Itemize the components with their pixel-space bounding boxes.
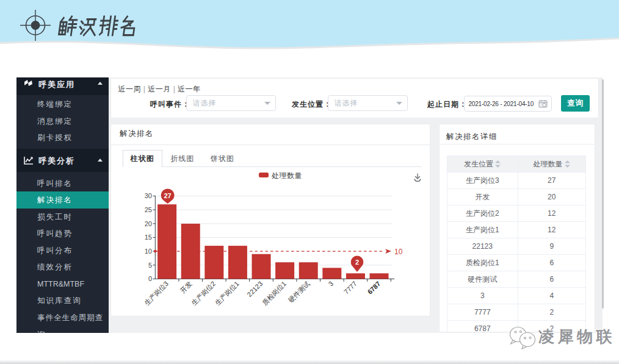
- svg-text:硬件测试: 硬件测试: [287, 280, 311, 304]
- svg-text:30: 30: [145, 192, 152, 199]
- svg-text:生产岗位2: 生产岗位2: [190, 280, 217, 307]
- svg-text:25: 25: [145, 206, 152, 213]
- svg-text:6787: 6787: [366, 280, 382, 296]
- svg-text:生产岗位1: 生产岗位1: [214, 280, 241, 307]
- svg-text:0: 0: [148, 275, 152, 282]
- svg-text:开发: 开发: [179, 280, 194, 294]
- svg-text:2: 2: [355, 259, 359, 266]
- svg-text:15: 15: [145, 234, 152, 241]
- svg-text:22123: 22123: [245, 280, 264, 298]
- svg-text:20: 20: [145, 220, 152, 227]
- svg-text:质检岗位1: 质检岗位1: [261, 280, 288, 307]
- svg-text:10: 10: [145, 248, 152, 255]
- svg-text:3: 3: [327, 280, 335, 288]
- svg-text:10: 10: [394, 248, 403, 256]
- svg-text:生产岗位3: 生产岗位3: [143, 280, 170, 307]
- svg-text:7777: 7777: [342, 280, 358, 296]
- svg-text:5: 5: [148, 262, 152, 269]
- svg-text:27: 27: [164, 192, 171, 199]
